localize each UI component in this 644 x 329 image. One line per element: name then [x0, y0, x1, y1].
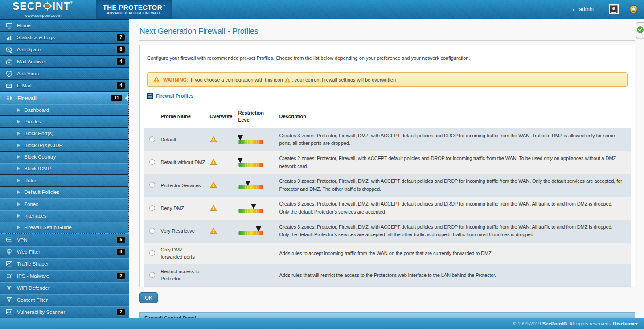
arrow-right-icon	[17, 226, 20, 229]
sidebar-item-anti-virus[interactable]: Anti Virus	[0, 68, 129, 79]
sidebar-item-firewall[interactable]: Firewall11	[0, 92, 128, 104]
submenu-item-block-port-s[interactable]: Block Port(s)	[0, 128, 128, 139]
sidebar-item-vpn[interactable]: VPN5	[0, 234, 129, 246]
profile-radio[interactable]	[149, 250, 155, 256]
profile-row-protector-services: Protector ServicesCreates 3 zones: Prote…	[144, 174, 631, 197]
table-header-row: Profile Name Overwrite Restriction Level…	[144, 105, 631, 128]
column-overwrite: Overwrite	[210, 105, 238, 128]
statistics-icon	[4, 34, 13, 41]
profile-radio[interactable]	[149, 182, 155, 188]
overwrite-warning-icon	[210, 136, 217, 143]
main-content: Next Generation Firewall - Profiles Conf…	[129, 19, 644, 329]
firewall-menu-group: Firewall11DashboardProfilesBlock Port(s)…	[0, 92, 129, 234]
sidebar-item-home[interactable]: Home	[0, 20, 129, 31]
column-description: Description	[279, 105, 631, 128]
ips-malware-icon	[4, 272, 13, 279]
product-title-block: THE PROTECTOR™ ADVANCED AI UTM FIREWALL	[96, 0, 173, 19]
sidebar-item-anti-spam[interactable]: Anti Spam8	[0, 44, 129, 55]
overwrite-warning-icon	[210, 181, 217, 188]
notification-badge: 5	[116, 236, 125, 243]
profile-description: Creates 3 zones: Protector, Firewall, DM…	[279, 220, 631, 243]
profile-radio[interactable]	[149, 272, 155, 278]
crosshair-target-icon	[43, 1, 52, 12]
profile-description: Adds rules that will restrict the access…	[279, 264, 631, 287]
submenu-item-block-country[interactable]: Block Country	[0, 152, 128, 163]
profile-row-default-without-dmz: Default without DMZCreates 2 zones: Prot…	[144, 151, 631, 174]
sidebar-item-vulnerability-scanner[interactable]: Vulnerability Scanner2	[0, 306, 129, 318]
vulnerability-scanner-icon	[4, 308, 13, 315]
sidebar-item-mail-archiver[interactable]: Mail Archiver4	[0, 56, 129, 67]
submenu-item-default-policies[interactable]: Default Policies	[0, 187, 128, 198]
status-check-tab[interactable]	[636, 22, 644, 38]
level-gradient-bar	[238, 140, 263, 144]
profile-description: Creates 3 zones: Protector, Firewall, DM…	[279, 174, 631, 197]
home-monitor-icon	[4, 22, 13, 29]
sidebar-item-statistics-logs[interactable]: Statistics & Logs7	[0, 32, 129, 43]
submenu-item-dashboard[interactable]: Dashboard	[0, 104, 128, 115]
level-marker-icon	[256, 226, 261, 232]
column-select	[144, 105, 161, 128]
profile-name: Deny DMZ	[161, 197, 210, 219]
submenu-item-block-icmp[interactable]: Block ICMP	[0, 163, 128, 174]
level-gradient-bar	[238, 231, 263, 235]
profile-description: Creates 3 zones: Protector, Firewall, DM…	[279, 197, 631, 219]
anti-spam-icon	[4, 46, 13, 53]
username[interactable]: admin	[579, 6, 594, 12]
sidebar-item-content-filter[interactable]: Content Filter	[0, 294, 129, 306]
sidebar-item-e-mail[interactable]: E-Mail4	[0, 80, 129, 91]
profile-row-very-restrictive: Very RestrictiveCreates 3 zones: Protect…	[144, 220, 631, 243]
arrow-right-icon	[17, 214, 20, 218]
restriction-level-meter	[238, 135, 263, 144]
body-row: HomeStatistics & Logs7Anti Spam8Mail Arc…	[0, 19, 644, 329]
profile-radio[interactable]	[149, 136, 155, 142]
arrow-right-icon	[17, 190, 20, 194]
submenu-item-profiles[interactable]: Profiles	[0, 116, 128, 127]
restriction-level-meter	[238, 181, 263, 190]
profile-name: Default without DMZ	[161, 151, 210, 174]
user-menu-caret-icon[interactable]: ▾	[572, 7, 574, 12]
sidebar-item-web-filter[interactable]: Web Filter4	[0, 246, 129, 258]
ok-button[interactable]: OK	[139, 292, 158, 303]
profile-row-restrict-access-to-protector: Restrict access to ProtectorAdds rules t…	[144, 264, 631, 287]
sidebar-item-ips-malware[interactable]: IPS - Malware2	[0, 270, 129, 282]
sidebar-item-wifi-defender[interactable]: WiFi Defender	[0, 282, 129, 294]
submenu-item-rules[interactable]: Rules	[0, 175, 128, 186]
vip-shield-icon[interactable]	[629, 5, 638, 14]
notification-badge: 2	[116, 308, 125, 316]
notification-badge: 4	[116, 248, 125, 255]
arrow-right-icon	[17, 167, 20, 170]
level-gradient-bar	[238, 209, 263, 213]
user-avatar-icon[interactable]	[609, 4, 619, 14]
profiles-panel: Configure your firewall with recommended…	[139, 45, 635, 287]
arrow-right-icon	[17, 202, 20, 206]
footer-brand: SecPoint®	[542, 321, 567, 326]
profile-radio[interactable]	[149, 205, 155, 211]
vpn-icon	[4, 236, 13, 243]
submenu-item-zones[interactable]: Zones	[0, 198, 128, 210]
logo-text-suffix: INT	[53, 1, 70, 12]
product-name: THE PROTECTOR	[103, 4, 162, 11]
overwrite-warning-icon	[210, 205, 217, 211]
column-profile-name: Profile Name	[161, 105, 210, 128]
submenu-item-interfaces[interactable]: Interfaces	[0, 210, 128, 222]
arrow-right-icon	[17, 108, 20, 112]
anti-virus-shield-icon	[4, 70, 13, 77]
disclaimer-link[interactable]: Disclaimer	[613, 321, 638, 326]
sidebar-item-traffic-shaper[interactable]: Traffic Shaper	[0, 258, 129, 270]
profile-radio[interactable]	[149, 159, 155, 165]
warning-banner: WARNING: If you choose a configuration w…	[147, 72, 628, 87]
firewall-submenu: DashboardProfilesBlock Port(s)Block IP(s…	[0, 104, 128, 233]
level-marker-icon	[238, 158, 243, 163]
submenu-item-firewall-setup-guide[interactable]: Firewall Setup Guide	[0, 222, 128, 233]
active-item-pointer-icon	[125, 95, 128, 101]
overwrite-warning-icon	[284, 77, 291, 83]
firewall-profiles-link[interactable]: Firewall Profiles	[147, 93, 193, 99]
profile-radio[interactable]	[149, 228, 155, 234]
submenu-item-block-ip-s-cidr[interactable]: Block IP(s)/CIDR	[0, 140, 128, 151]
rights-text: . All rights reserved -	[567, 321, 613, 326]
level-marker-icon	[238, 135, 243, 140]
traffic-shaper-icon	[4, 260, 13, 267]
restriction-level-meter	[238, 204, 263, 213]
warning-text-after: , your current firewall settings will be…	[292, 77, 396, 82]
notification-badge: 4	[116, 82, 125, 89]
